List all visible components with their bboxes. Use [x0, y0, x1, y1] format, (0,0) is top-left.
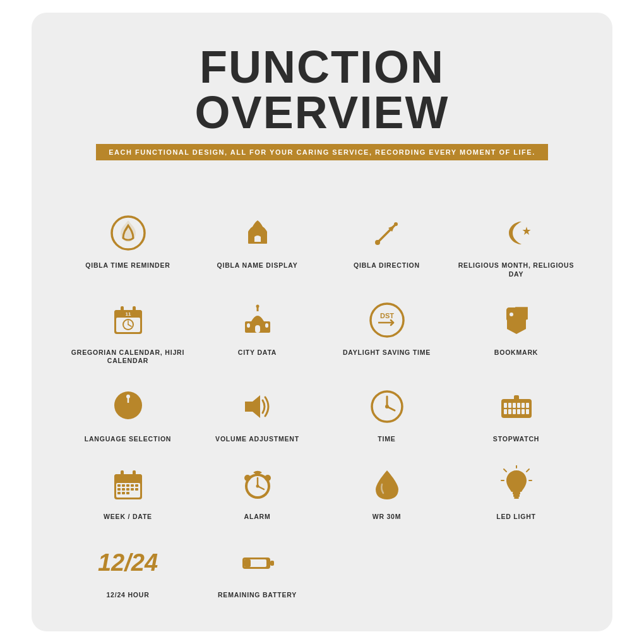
svg-line-81 — [527, 469, 529, 472]
svg-text:DST: DST — [380, 312, 394, 319]
mosque-dome-icon — [236, 298, 280, 342]
lightbulb-icon — [494, 462, 539, 506]
feature-qibla-name-display: QIBLA NAME DISPLAY — [199, 211, 316, 278]
svg-rect-38 — [504, 403, 507, 408]
svg-rect-54 — [121, 470, 124, 478]
feature-bookmark: BOOKMARK — [458, 298, 575, 366]
qibla-arrow-icon — [365, 211, 409, 255]
svg-rect-40 — [508, 403, 511, 408]
svg-rect-47 — [522, 409, 525, 414]
feature-label-city-data: CITY DATA — [238, 349, 277, 357]
feature-label-remaining-battery: REMAINING BATTERY — [218, 591, 297, 600]
feature-led-light: LED LIGHT — [458, 462, 575, 522]
calendar-grid-icon — [106, 462, 150, 506]
svg-rect-79 — [514, 497, 519, 499]
feature-label-time: TIME — [378, 435, 395, 444]
features-grid: QIBLA TIME REMINDER QIBLA NAME DISPLAY — [69, 211, 575, 599]
svg-rect-66 — [117, 492, 121, 494]
hour-1224-display: 12/24 — [98, 551, 158, 575]
svg-point-28 — [510, 313, 513, 316]
feature-time: TIME — [328, 385, 445, 444]
feature-label-week-date: WEEK / DATE — [104, 513, 152, 522]
svg-rect-41 — [508, 409, 511, 414]
svg-rect-63 — [126, 488, 129, 491]
svg-point-76 — [265, 475, 271, 481]
main-card: FUNCTION OVERVIEW EACH FUNCTIONAL DESIGN… — [32, 13, 612, 631]
svg-rect-22 — [265, 323, 268, 328]
calendar-clock-icon: 11 — [106, 298, 150, 342]
svg-line-82 — [504, 469, 506, 472]
feature-alarm: ALARM — [199, 462, 316, 522]
svg-rect-67 — [122, 492, 125, 494]
water-drop-icon — [365, 462, 409, 506]
svg-rect-57 — [122, 484, 125, 487]
svg-rect-68 — [126, 492, 129, 494]
feature-label-dst: DAYLIGHT SAVING TIME — [343, 349, 431, 357]
feature-hour-1224: 12/24 12/24 HOUR — [69, 540, 186, 600]
svg-point-31 — [126, 395, 130, 398]
feature-qibla-direction: QIBLA DIRECTION — [328, 211, 445, 278]
feature-label-volume-adjustment: VOLUME ADJUSTMENT — [215, 435, 299, 444]
feature-label-hour-1224: 12/24 HOUR — [106, 591, 149, 600]
svg-marker-32 — [245, 395, 260, 418]
svg-marker-6 — [522, 227, 530, 235]
alarm-clock-icon — [236, 462, 280, 506]
feature-dst: DST DAYLIGHT SAVING TIME — [328, 298, 445, 366]
svg-rect-10 — [133, 306, 136, 314]
feature-city-data: CITY DATA — [199, 298, 316, 366]
feature-label-bookmark: BOOKMARK — [494, 349, 538, 357]
svg-rect-62 — [122, 488, 125, 491]
speaker-waves-icon — [236, 385, 280, 429]
svg-point-5 — [394, 222, 398, 226]
svg-rect-86 — [270, 561, 274, 566]
feature-wr30m: WR 30M — [328, 462, 445, 522]
clock-icon — [365, 385, 409, 429]
feature-volume-adjustment: VOLUME ADJUSTMENT — [199, 385, 316, 444]
svg-rect-43 — [513, 409, 516, 414]
feature-label-alarm: ALARM — [244, 513, 271, 522]
svg-point-19 — [256, 304, 259, 307]
svg-rect-55 — [133, 470, 136, 478]
feature-label-qibla-time-reminder: QIBLA TIME REMINDER — [85, 261, 170, 270]
svg-rect-49 — [526, 409, 529, 414]
svg-point-4 — [375, 240, 380, 245]
feature-language-selection: i LANGUAGE SELECTION — [69, 385, 186, 444]
svg-rect-44 — [517, 403, 520, 408]
svg-point-75 — [244, 475, 251, 481]
feature-label-wr30m: WR 30M — [373, 513, 402, 522]
qibla-mosque-icon — [236, 211, 280, 255]
svg-rect-50 — [514, 395, 519, 400]
svg-point-73 — [256, 485, 259, 488]
bookmark-tag-icon — [494, 298, 539, 342]
feature-remaining-battery: REMAINING BATTERY — [199, 540, 316, 600]
svg-text:11: 11 — [125, 311, 131, 317]
feature-stopwatch: STOPWATCH — [458, 385, 575, 444]
feature-gregorian-hijri: 11 GREGORIAN CALENDAR, HIJRI CALENDAR — [69, 298, 186, 366]
dst-circle-icon: DST — [365, 298, 409, 342]
stopwatch-display-icon — [494, 385, 539, 429]
svg-rect-37 — [501, 399, 532, 418]
feature-label-led-light: LED LIGHT — [496, 513, 536, 522]
svg-rect-20 — [255, 325, 260, 333]
svg-rect-59 — [131, 484, 134, 487]
svg-rect-45 — [517, 409, 520, 414]
svg-rect-88 — [244, 559, 251, 567]
svg-rect-60 — [135, 484, 138, 487]
empty-cell-2 — [458, 540, 575, 600]
battery-icon — [236, 540, 280, 585]
feature-qibla-time-reminder: QIBLA TIME REMINDER — [69, 211, 186, 278]
svg-rect-56 — [117, 484, 121, 487]
feature-religious-month-day: RELIGIOUS MONTH, RELIGIOUS DAY — [458, 211, 575, 278]
svg-rect-21 — [247, 323, 250, 328]
svg-point-36 — [385, 405, 389, 408]
feature-label-language-selection: LANGUAGE SELECTION — [85, 435, 172, 444]
svg-rect-52 — [114, 474, 142, 483]
empty-cell-1 — [328, 540, 445, 600]
hour-1224-text-icon: 12/24 — [106, 540, 150, 585]
svg-rect-61 — [117, 488, 121, 491]
feature-label-qibla-direction: QIBLA DIRECTION — [354, 261, 420, 270]
svg-rect-48 — [526, 403, 529, 408]
svg-rect-77 — [513, 492, 520, 494]
feature-label-gregorian-hijri: GREGORIAN CALENDAR, HIJRI CALENDAR — [69, 349, 186, 366]
svg-rect-78 — [513, 494, 520, 497]
